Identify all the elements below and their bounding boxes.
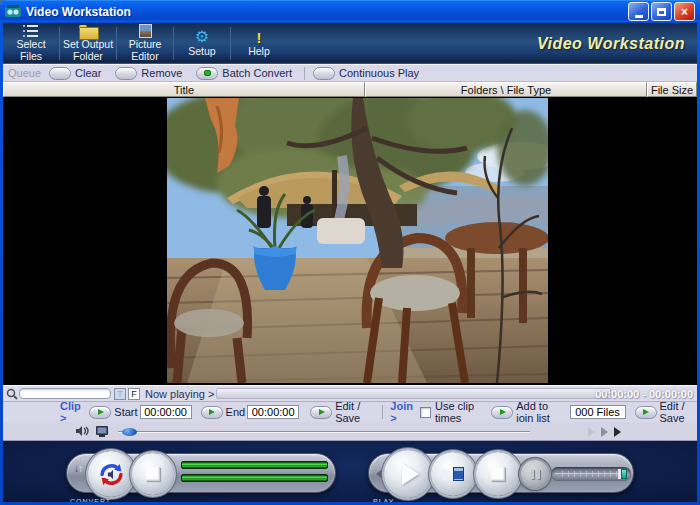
- help-icon: !: [257, 30, 262, 45]
- set-output-folder-label: Set Output Folder: [61, 39, 115, 62]
- close-icon: ×: [681, 5, 688, 19]
- volume-line: [555, 473, 619, 474]
- queue-label: Queue: [8, 67, 41, 79]
- clip-label: Clip >: [60, 400, 81, 424]
- search-icon: [6, 388, 18, 400]
- maximize-button[interactable]: [651, 2, 672, 21]
- play-arrow-icon: [643, 409, 649, 415]
- selected-indicator: [204, 70, 211, 76]
- speaker-icon[interactable]: [75, 425, 89, 437]
- join-edit-save-label: Edit / Save: [660, 400, 698, 424]
- clip-edit-save-label: Edit / Save: [335, 400, 373, 424]
- maximize-icon: [657, 8, 666, 16]
- step-forward-fast-button[interactable]: [614, 427, 621, 437]
- clip-start-button[interactable]: [89, 406, 111, 419]
- app-logo: Video Workstation: [537, 35, 685, 53]
- use-clip-times-label: Use clip times: [435, 400, 483, 424]
- queue-batch-convert-label: Batch Convert: [222, 67, 292, 79]
- end-label: End: [226, 406, 246, 418]
- column-title[interactable]: Title: [3, 82, 365, 97]
- queue-clear-radio[interactable]: [49, 67, 71, 80]
- close-button[interactable]: ×: [674, 2, 695, 21]
- queue-separator: [304, 67, 305, 80]
- app-icon: [5, 5, 21, 19]
- pause-icon: [531, 469, 540, 479]
- volume-slider[interactable]: [551, 467, 631, 481]
- setup-label: Setup: [175, 46, 229, 58]
- queue-bar: Queue Clear Remove Batch Convert Continu…: [3, 64, 697, 82]
- position-slider-track[interactable]: [118, 431, 530, 433]
- t-button[interactable]: T: [114, 388, 126, 400]
- help-button[interactable]: ! Help: [231, 23, 287, 64]
- updown-arrows-icon[interactable]: ↓↑: [74, 463, 82, 474]
- step-forward-slow-button[interactable]: [588, 427, 595, 437]
- play-stop-button[interactable]: [476, 452, 520, 496]
- play-icon: [402, 463, 419, 485]
- position-slider-thumb[interactable]: [122, 428, 137, 436]
- clip-end-button[interactable]: [201, 406, 223, 419]
- play-panel-label: PLAY: [373, 498, 394, 502]
- convert-progress-bar-bottom: [181, 474, 328, 482]
- play-to-frame-icon: [442, 467, 464, 481]
- previous-icon[interactable]: [376, 468, 384, 480]
- add-to-join-list-label: Add to join list: [516, 400, 564, 424]
- stop-icon: [146, 467, 160, 481]
- queue-batch-convert-radio[interactable]: [196, 67, 218, 80]
- minimize-button[interactable]: [628, 2, 649, 21]
- set-output-folder-button[interactable]: Set Output Folder: [60, 23, 116, 64]
- main-toolbar: Select Files Set Output Folder Picture E…: [3, 23, 697, 64]
- column-file-size[interactable]: File Size: [647, 82, 697, 97]
- clip-start-field[interactable]: [140, 405, 192, 419]
- step-forward-medium-button[interactable]: [601, 427, 608, 437]
- file-list-header: Title Folders \ File Type File Size: [3, 82, 697, 97]
- picture-editor-button[interactable]: Picture Editor: [117, 23, 173, 64]
- play-frame-button[interactable]: [431, 452, 475, 496]
- start-label: Start: [114, 406, 137, 418]
- queue-remove-label: Remove: [141, 67, 182, 79]
- continuous-play-radio[interactable]: [313, 67, 335, 80]
- play-arrow-icon: [500, 409, 506, 415]
- select-files-icon: [23, 25, 39, 38]
- picture-icon: [139, 24, 152, 38]
- use-clip-times-checkbox[interactable]: [420, 407, 431, 418]
- convert-progress-bar-top: [181, 461, 328, 469]
- filter-input[interactable]: [19, 388, 111, 399]
- add-to-join-list-button[interactable]: [491, 406, 513, 419]
- monitor-icon[interactable]: [95, 425, 109, 438]
- help-label: Help: [232, 46, 286, 58]
- convert-stop-button[interactable]: [132, 453, 174, 495]
- window-controls: ×: [628, 2, 695, 21]
- time-display: 00:00:00 - 00:00:00: [595, 388, 693, 400]
- pause-button[interactable]: [521, 460, 549, 488]
- video-preview-area[interactable]: [3, 97, 697, 385]
- join-files-field[interactable]: [570, 405, 626, 419]
- join-label: Join >: [390, 400, 413, 424]
- column-folders-file-type[interactable]: Folders \ File Type: [365, 82, 647, 97]
- volume-handle[interactable]: [618, 469, 627, 479]
- queue-remove-radio[interactable]: [115, 67, 137, 80]
- folder-icon: [79, 25, 97, 38]
- f-button[interactable]: F: [128, 388, 140, 400]
- continuous-play-label: Continuous Play: [339, 67, 419, 79]
- play-arrow-icon: [319, 409, 325, 415]
- window-title: Video Workstation: [26, 5, 628, 19]
- select-files-label: Select Files: [4, 39, 58, 62]
- minimize-icon: [635, 15, 643, 18]
- client-area: Select Files Set Output Folder Picture E…: [3, 23, 697, 502]
- select-files-button[interactable]: Select Files: [3, 23, 59, 64]
- convert-button[interactable]: [88, 451, 134, 497]
- now-playing-label: Now playing >: [145, 388, 214, 400]
- clip-end-field[interactable]: [247, 405, 299, 419]
- seek-row: T F Now playing > 00:00:00 - 00:00:00: [3, 385, 697, 401]
- clip-join-separator: [382, 405, 383, 419]
- setup-button[interactable]: ⚙ Setup: [174, 23, 230, 64]
- clip-edit-save-button[interactable]: [310, 406, 332, 419]
- seek-bar[interactable]: [216, 388, 611, 399]
- play-button[interactable]: [384, 450, 432, 498]
- volume-ticks: [557, 471, 617, 477]
- video-preview-image: [167, 98, 548, 383]
- convert-arrows-icon: [98, 461, 125, 488]
- stop-icon: [491, 467, 505, 481]
- join-edit-save-button[interactable]: [635, 406, 657, 419]
- convert-panel-label: CONVERT: [70, 498, 111, 502]
